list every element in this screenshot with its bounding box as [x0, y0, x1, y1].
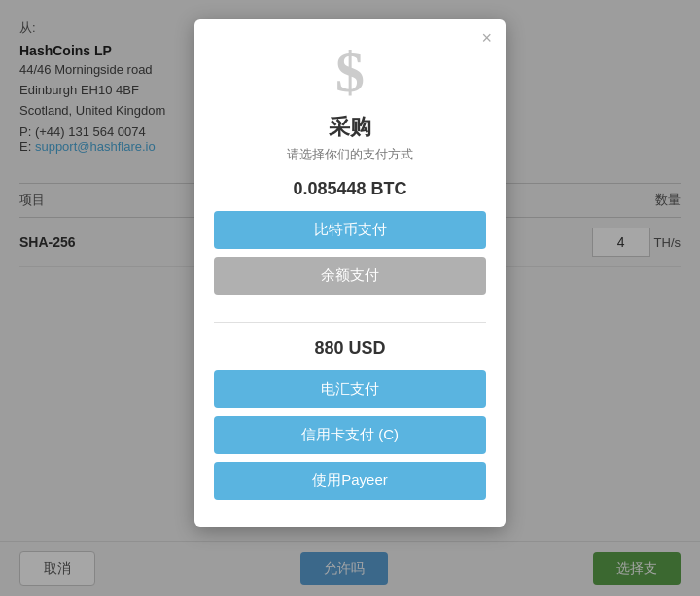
btc-amount: 0.085448 BTC: [214, 179, 486, 199]
usd-amount: 880 USD: [214, 338, 486, 359]
modal-close-button[interactable]: ×: [481, 29, 492, 47]
wire-pay-button[interactable]: 电汇支付: [214, 370, 486, 408]
btc-section: 0.085448 BTC 比特币支付 余额支付: [194, 179, 506, 318]
payeer-pay-button[interactable]: 使用Payeer: [214, 462, 486, 500]
balance-pay-button[interactable]: 余额支付: [214, 257, 486, 295]
dollar-icon: $: [194, 43, 506, 101]
card-pay-button[interactable]: 信用卡支付 (C): [214, 416, 486, 454]
modal-icon-area: $: [194, 19, 506, 105]
modal-title: 采购: [194, 113, 506, 142]
modal-subtitle: 请选择你们的支付方式: [194, 146, 506, 163]
payment-modal: × $ 采购 请选择你们的支付方式 0.085448 BTC 比特币支付 余额支…: [194, 19, 506, 527]
section-divider: [214, 322, 486, 323]
modal-overlay: × $ 采购 请选择你们的支付方式 0.085448 BTC 比特币支付 余额支…: [0, 0, 700, 596]
usd-section: 880 USD 电汇支付 信用卡支付 (C) 使用Payeer: [194, 338, 506, 527]
bitcoin-pay-button[interactable]: 比特币支付: [214, 211, 486, 249]
